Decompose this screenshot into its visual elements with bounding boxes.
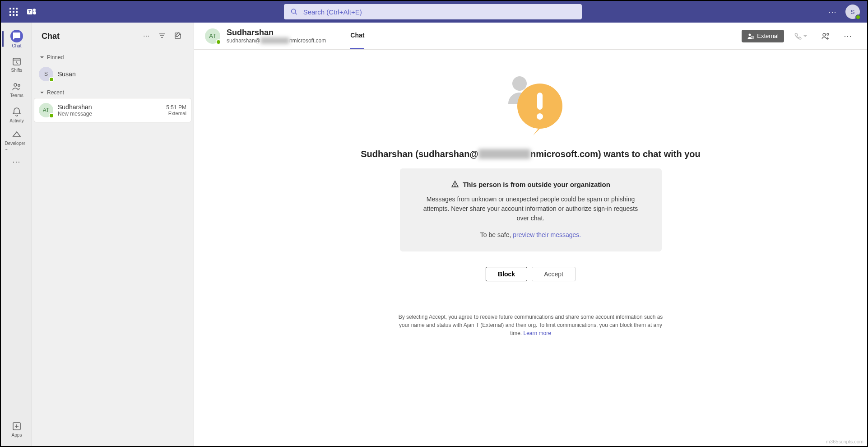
accept-button[interactable]: Accept	[532, 267, 576, 281]
presence-indicator	[216, 39, 221, 45]
call-button[interactable]	[790, 30, 811, 42]
title-bar: T ⋯ S	[1, 1, 867, 23]
chat-avatar: S	[39, 67, 53, 81]
svg-point-18	[749, 33, 751, 36]
learn-more-link[interactable]: Learn more	[523, 330, 551, 336]
chat-more-icon[interactable]: ⋯	[141, 31, 152, 42]
rail-apps[interactable]: Apps	[4, 416, 29, 442]
chat-name: Sudharshan	[58, 103, 162, 111]
search-box[interactable]	[284, 4, 582, 19]
avatar-initial: AT	[43, 107, 49, 113]
headline-redacted: xxxxxxxxxx	[478, 149, 530, 159]
conversation-tabs: Chat	[350, 23, 364, 49]
filter-icon[interactable]	[157, 30, 167, 42]
legal-text: By selecting Accept, you agree to receiv…	[395, 313, 666, 337]
action-buttons: Block Accept	[486, 267, 576, 281]
rail-label: Shifts	[11, 68, 22, 73]
search-input[interactable]	[303, 8, 576, 16]
external-badge: i External	[742, 30, 784, 42]
people-add-icon	[821, 32, 830, 41]
teams-logo-icon: T	[26, 6, 37, 17]
svg-line-5	[295, 13, 297, 14]
presence-indicator	[49, 113, 54, 118]
rail-activity[interactable]: Activity	[4, 102, 29, 127]
rail-label: Developer ...	[5, 141, 29, 151]
svg-point-21	[823, 33, 826, 36]
more-icon: ⋯	[12, 157, 21, 167]
teams-icon	[11, 81, 22, 92]
conversation-more-button[interactable]: ⋯	[840, 29, 856, 43]
email-prefix: sudharshan@	[227, 37, 260, 44]
new-chat-icon[interactable]	[172, 30, 184, 43]
svg-point-30	[455, 186, 455, 186]
warning-box: This person is from outside your organiz…	[400, 168, 662, 251]
search-icon	[290, 8, 298, 16]
external-badge-text: External	[757, 33, 779, 39]
presence-indicator	[855, 14, 861, 20]
tab-chat[interactable]: Chat	[350, 23, 364, 49]
svg-point-2	[33, 9, 36, 11]
warning-box-p1: Messages from unknown or unexpected peop…	[418, 195, 644, 223]
avatar-initial: S	[44, 71, 48, 77]
chat-icon	[10, 30, 23, 42]
conversation-email: sudharshan@xxxxxxxxxxnmicrosoft.com	[227, 37, 326, 44]
people-add-button[interactable]	[817, 30, 834, 42]
rail-teams[interactable]: Teams	[4, 77, 29, 102]
app-launcher-icon[interactable]	[8, 6, 19, 17]
conversation-name: Sudharshan	[227, 28, 326, 37]
watermark: m365scripts.com	[826, 439, 863, 444]
headline-prefix: Sudharshan (sudharshan@	[361, 149, 478, 159]
svg-point-10	[14, 84, 17, 86]
rail-label: Activity	[9, 118, 24, 123]
chat-list-title: Chat	[42, 32, 137, 41]
svg-point-28	[537, 113, 543, 120]
conversation-avatar: AT	[205, 28, 220, 44]
more-options-icon[interactable]: ⋯	[828, 7, 837, 17]
chat-item-pinned[interactable]: S Susan	[32, 63, 194, 85]
presence-indicator	[49, 77, 54, 82]
svg-rect-3	[33, 11, 36, 14]
warning-illustration	[495, 68, 567, 135]
chat-avatar: AT	[39, 103, 53, 117]
rail-label: Teams	[10, 93, 23, 98]
section-pinned[interactable]: Pinned	[32, 50, 194, 63]
warning-headline: Sudharshan (sudharshan@xxxxxxxxxxnmicros…	[361, 149, 701, 159]
conversation-body: Sudharshan (sudharshan@xxxxxxxxxxnmicros…	[194, 50, 867, 446]
app-rail: Chat Shifts Teams Activity Developer ...…	[1, 23, 32, 446]
chat-item-recent[interactable]: AT Sudharshan New message 5:51 PM Extern…	[34, 98, 191, 122]
search-container	[44, 4, 821, 19]
rail-label: Chat	[12, 43, 21, 48]
warning-triangle-icon	[451, 180, 459, 188]
external-person-icon: i	[747, 33, 754, 40]
chat-list-header: Chat ⋯	[32, 23, 194, 50]
svg-text:i: i	[752, 36, 753, 39]
svg-point-11	[18, 84, 20, 86]
email-suffix: nmicrosoft.com	[289, 37, 326, 44]
warning-safe-prefix: To be safe,	[480, 231, 513, 238]
conversation-header: AT Sudharshan sudharshan@xxxxxxxxxxnmicr…	[194, 23, 867, 50]
profile-avatar[interactable]: S	[845, 5, 860, 19]
chat-list-pane: Chat ⋯ Pinned S Susan Recent	[32, 23, 194, 446]
chat-time: 5:51 PM	[166, 104, 186, 111]
chat-preview: New message	[58, 111, 162, 117]
rail-more[interactable]: ⋯	[4, 153, 29, 171]
phone-icon	[794, 32, 802, 40]
svg-text:T: T	[28, 9, 31, 14]
chevron-down-icon	[40, 55, 44, 60]
preview-messages-link[interactable]: preview their messages.	[513, 231, 581, 238]
email-redacted: xxxxxxxxxx	[260, 37, 289, 44]
block-button[interactable]: Block	[486, 267, 527, 281]
titlebar-right: ⋯ S	[828, 5, 860, 19]
conversation-pane: AT Sudharshan sudharshan@xxxxxxxxxxnmicr…	[194, 23, 867, 446]
section-recent[interactable]: Recent	[32, 85, 194, 98]
apps-icon	[11, 421, 22, 432]
rail-chat[interactable]: Chat	[4, 26, 29, 51]
section-label-text: Pinned	[47, 54, 64, 61]
shifts-icon	[11, 56, 22, 67]
section-label-text: Recent	[47, 89, 64, 96]
headline-suffix: nmicrosoft.com) wants to chat with you	[530, 149, 701, 159]
rail-shifts[interactable]: Shifts	[4, 51, 29, 77]
rail-developer[interactable]: Developer ...	[4, 127, 29, 153]
svg-point-25	[512, 76, 527, 91]
svg-rect-27	[537, 93, 543, 110]
